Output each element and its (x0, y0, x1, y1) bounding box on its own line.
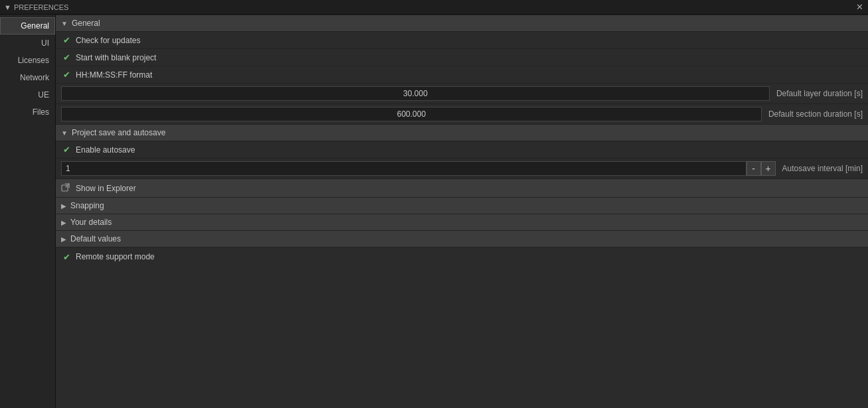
snapping-section-header[interactable]: ▶ Snapping (56, 197, 868, 214)
blank-project-checkbox-row[interactable]: ✔ Start with blank project (61, 52, 156, 63)
hhmm-checkmark: ✔ (61, 70, 72, 80)
blank-project-checkmark: ✔ (61, 52, 72, 63)
sidebar-item-files[interactable]: Files (0, 103, 55, 121)
show-in-explorer-label: Show in Explorer (76, 184, 136, 193)
your-details-label: Your details (70, 218, 112, 227)
autosave-section-header[interactable]: ▼ Project save and autosave (56, 124, 868, 141)
snapping-expand-icon: ▶ (61, 202, 66, 210)
your-details-expand-icon: ▶ (61, 219, 66, 226)
enable-autosave-checkbox-row[interactable]: ✔ Enable autosave (61, 145, 135, 155)
autosave-section-label: Project save and autosave (72, 128, 165, 137)
sidebar-item-ui[interactable]: UI (0, 34, 55, 52)
external-link-icon (61, 182, 70, 194)
sidebar-item-ue[interactable]: UE (0, 86, 55, 103)
layer-duration-input[interactable] (61, 86, 770, 101)
title-text: PREFERENCES (14, 3, 69, 11)
blank-project-row: ✔ Start with blank project (56, 48, 868, 66)
hhmm-label: HH:MM:SS:FF format (76, 70, 152, 80)
general-section-header[interactable]: ▼ General (56, 15, 868, 31)
default-values-section-header[interactable]: ▶ Default values (56, 230, 868, 247)
default-values-label: Default values (70, 234, 121, 243)
section-duration-label: Default section duration [s] (762, 109, 863, 119)
autosave-minus-button[interactable]: - (746, 161, 761, 176)
autosave-collapse-icon: ▼ (61, 129, 68, 137)
default-values-expand-icon: ▶ (61, 236, 66, 243)
hhmm-format-row: ✔ HH:MM:SS:FF format (56, 66, 868, 83)
hhmm-checkbox-row[interactable]: ✔ HH:MM:SS:FF format (61, 70, 152, 80)
section-duration-input-row: Default section duration [s] (61, 107, 863, 121)
title-triangle-icon: ▼ (4, 3, 11, 11)
check-updates-checkmark: ✔ (61, 35, 72, 46)
general-section-label: General (72, 19, 100, 28)
blank-project-label: Start with blank project (76, 53, 156, 62)
autosave-interval-row: - + Autosave interval [min] (56, 158, 868, 178)
autosave-plus-button[interactable]: + (761, 161, 776, 176)
title-bar: ▼ PREFERENCES ✕ (0, 0, 868, 15)
title-bar-title: ▼ PREFERENCES (4, 3, 68, 11)
content-area: ▼ General ✔ Check for updates ✔ Start wi… (56, 15, 868, 408)
autosave-interval-label: Autosave interval [min] (776, 164, 863, 173)
sidebar-item-licenses[interactable]: Licenses (0, 52, 55, 69)
main-layout: General UI Licenses Network UE Files ▼ G… (0, 15, 868, 408)
sidebar: General UI Licenses Network UE Files (0, 15, 56, 408)
show-in-explorer-row[interactable]: Show in Explorer (56, 178, 868, 197)
layer-duration-input-row: Default layer duration [s] (61, 86, 863, 101)
check-updates-checkbox-row[interactable]: ✔ Check for updates (61, 35, 140, 46)
layer-duration-label: Default layer duration [s] (770, 89, 863, 98)
autosave-interval-controls: - + Autosave interval [min] (61, 161, 863, 176)
remote-support-checkmark: ✔ (61, 251, 72, 262)
enable-autosave-row: ✔ Enable autosave (56, 141, 868, 158)
section-duration-row: Default section duration [s] (56, 103, 868, 124)
layer-duration-row: Default layer duration [s] (56, 83, 868, 103)
remote-support-checkbox-row[interactable]: ✔ Remote support mode (61, 251, 155, 262)
check-updates-label: Check for updates (76, 36, 140, 45)
snapping-label: Snapping (70, 201, 104, 210)
section-duration-input[interactable] (61, 107, 762, 121)
enable-autosave-checkmark: ✔ (61, 145, 72, 155)
sidebar-item-network[interactable]: Network (0, 69, 55, 86)
general-collapse-icon: ▼ (61, 20, 68, 27)
close-button[interactable]: ✕ (855, 3, 864, 12)
enable-autosave-label: Enable autosave (76, 145, 135, 155)
sidebar-item-general[interactable]: General (0, 17, 55, 34)
your-details-section-header[interactable]: ▶ Your details (56, 214, 868, 230)
check-updates-row: ✔ Check for updates (56, 31, 868, 48)
autosave-interval-input[interactable] (61, 161, 746, 176)
remote-support-label: Remote support mode (76, 252, 155, 261)
remote-support-row: ✔ Remote support mode (56, 247, 868, 266)
